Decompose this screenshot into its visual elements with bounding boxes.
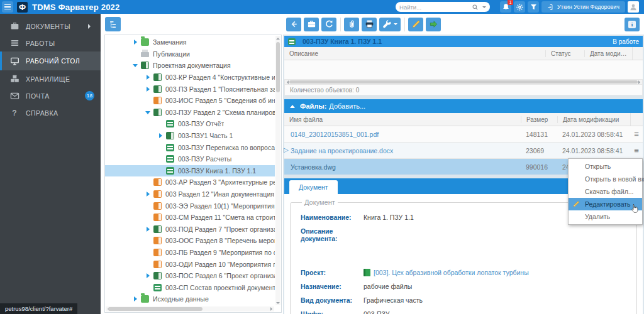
file-row[interactable]: ▷Задание на проектирование.docx2306924.0…	[284, 143, 643, 159]
tab-document[interactable]: Документ	[289, 180, 338, 194]
file-green-icon	[166, 155, 174, 163]
context-menu-item[interactable]: Редактировать	[569, 198, 642, 210]
wrench-button[interactable]	[379, 18, 401, 31]
tree-vertical-scrollbar[interactable]	[275, 36, 280, 305]
context-menu-item[interactable]: Открыть	[569, 160, 642, 173]
tree-item[interactable]: 003-ПЗ Раздел 1 "Пояснительная записка"	[105, 83, 275, 95]
expand-icon[interactable]	[145, 74, 152, 80]
document-icon	[288, 38, 296, 45]
sidebar-item-works[interactable]: РАБОТЫ	[0, 35, 101, 51]
tree-item[interactable]: 003-ПБ Раздел 9 "Мероприятия по обеспече…	[105, 247, 275, 259]
row-menu-icon[interactable]: ≡	[630, 146, 643, 155]
column-header-size[interactable]: Размер	[521, 116, 557, 123]
tree-item[interactable]: 003-СП Состав проектной документации	[105, 281, 275, 293]
document-field-row: Вид документа:Графическая часть	[301, 296, 626, 304]
sidebar-item-storage[interactable]: ХРАНИЛИЩЕ	[0, 70, 101, 87]
sidebar-item-mail[interactable]: ПОЧТА 18	[0, 87, 101, 104]
file-row[interactable]: 0148_230120153851_001.pdf14813124.01.202…	[284, 126, 643, 143]
sidebar-item-label: ДОКУМЕНТЫ	[26, 23, 70, 30]
context-menu-item[interactable]: Открыть в новой вкладке	[569, 173, 642, 185]
column-header-modified[interactable]: Дата модификации	[557, 116, 630, 123]
tasks-icon	[9, 38, 19, 48]
column-header-description[interactable]: Описание	[284, 50, 545, 57]
file-name-link[interactable]: Установка.dwg	[284, 163, 521, 171]
tree-view-button[interactable]	[105, 17, 121, 31]
sidebar-item-documents[interactable]: ДОКУМЕНТЫ	[0, 18, 101, 35]
file-size: 148131	[521, 131, 557, 138]
refresh-icon	[325, 19, 334, 29]
tree-item[interactable]: 003-ПЗУ Раздел 2 "Схема планировочной ор…	[105, 107, 275, 119]
collapse-icon[interactable]	[133, 62, 140, 68]
status-badge: В работе	[613, 38, 639, 45]
tree-item[interactable]: 003-ПОД Раздел 7 "Проект организации раб…	[105, 224, 275, 236]
project-link[interactable]: [003]. Цех абразивной обработки лопаток …	[364, 269, 529, 276]
file-name-link[interactable]: 0148_230120153851_001.pdf	[284, 131, 521, 138]
file-name-link[interactable]: Задание на проектирование.docx	[284, 147, 521, 154]
briefcase-button[interactable]	[304, 18, 319, 31]
pencil-button[interactable]	[408, 18, 423, 31]
settings-button[interactable]	[514, 1, 525, 13]
sidebar-item-help[interactable]: ? СПРАВКА	[0, 104, 101, 121]
printer-button[interactable]	[362, 18, 377, 31]
sidebar-item-desktop[interactable]: РАБОЧИЙ СТОЛ	[0, 51, 101, 70]
expand-icon[interactable]	[158, 133, 165, 139]
tree-item[interactable]: 003-КР Раздел 4 "Конструктивные и объемн…	[105, 72, 275, 84]
toolbar-separator	[404, 18, 405, 31]
object-title: 003-ПЗУ Книга 1. ПЗУ 1.1	[303, 38, 382, 45]
tree-item[interactable]: 003-ООС Раздел 8 "Перечень мероприятий п…	[105, 235, 275, 247]
tree-item[interactable]: Замечания	[105, 36, 275, 48]
paperclip-button[interactable]	[344, 18, 359, 31]
row-menu-icon[interactable]: ≡	[630, 129, 643, 139]
collapse-icon[interactable]	[145, 109, 152, 116]
user-menu-button[interactable]: Уткин Устин Федорович	[541, 1, 625, 13]
column-header-end	[632, 47, 643, 60]
info-button[interactable]: i	[625, 18, 640, 31]
notifications-button[interactable]: 1	[500, 1, 511, 13]
column-header-date[interactable]: Дата модифик...	[584, 50, 632, 57]
tree-item[interactable]: Проектная документация	[105, 60, 275, 72]
expand-icon[interactable]	[133, 296, 140, 302]
expand-icon[interactable]	[145, 226, 152, 232]
collapse-files-icon[interactable]	[290, 102, 295, 108]
expand-icon[interactable]	[145, 273, 152, 279]
expand-icon[interactable]	[145, 86, 152, 92]
field-value: 003-ПЗУ	[364, 310, 389, 314]
tree-item[interactable]: 003 Раздел 12 "Иная документация в случа…	[105, 188, 275, 200]
tree-horizontal-scrollbar[interactable]	[106, 306, 274, 311]
tree-item[interactable]: 003-АР Раздел 3 "Архитектурные решения"	[105, 176, 275, 188]
tree-item[interactable]: 003-ПОС Раздел 6 "Проект организации стр…	[105, 270, 275, 282]
tree-item[interactable]: 003-ПЗУ Переписка по вопросам проведения…	[105, 141, 275, 153]
menu-toggle-button[interactable]	[2, 1, 13, 13]
forward-arrow-button[interactable]	[426, 18, 441, 31]
tree-item[interactable]: 003-СМ Раздел 11 "Смета на строительство…	[105, 212, 275, 224]
files-section-header: Файлы: Добавить...	[284, 99, 643, 113]
tdms-app: Ф TDMS Фарватер 2022 Найти... 1 Уткин Ус…	[0, 0, 644, 314]
refresh-button[interactable]	[321, 18, 336, 31]
tree-item[interactable]: 003-ПЗУ Книга 1. ПЗУ 1.1	[105, 165, 275, 177]
column-header-filename[interactable]: Имя файла	[284, 116, 521, 123]
expand-icon[interactable]	[145, 191, 152, 197]
object-horizontal-scrollbar[interactable]	[284, 79, 643, 85]
tree-item[interactable]: Публикации	[105, 48, 275, 60]
avatar[interactable]	[628, 1, 639, 13]
back-arrow-button[interactable]	[286, 18, 301, 31]
display-button[interactable]	[528, 1, 539, 13]
person-icon	[629, 3, 638, 11]
context-menu-item[interactable]: Скачать файл...	[569, 185, 642, 198]
gear-icon	[516, 3, 524, 11]
search-input[interactable]: Найти...	[396, 2, 490, 12]
tree-item[interactable]: 003-ЭЭ Раздел 10(1) "Мероприятия по обес…	[105, 200, 275, 212]
tree-spacer	[158, 144, 165, 151]
search-scope-dropdown-icon[interactable]	[482, 6, 486, 10]
expand-icon[interactable]	[133, 39, 140, 45]
tree-item-label: 003-ООС Раздел 8 "Перечень мероприятий п…	[165, 237, 275, 244]
tree-item[interactable]: Исходные данные	[105, 293, 275, 305]
tree-item[interactable]: 003-ПЗУ1 Часть 1	[105, 130, 275, 142]
doc-green-icon	[166, 132, 174, 139]
column-header-status[interactable]: Статус	[545, 50, 584, 57]
tree-item[interactable]: 003-ИОС Раздел 5 "Сведения об инженерном…	[105, 95, 275, 107]
tree-item[interactable]: 003-ПЗУ Отчёт	[105, 118, 275, 130]
tree-item[interactable]: 003-ПЗУ Расчеты	[105, 153, 275, 165]
tree-item[interactable]: 003-ОДИ Раздел 10 "Мероприятия по обеспе…	[105, 258, 275, 270]
add-files-button[interactable]: Добавить...	[329, 102, 365, 110]
